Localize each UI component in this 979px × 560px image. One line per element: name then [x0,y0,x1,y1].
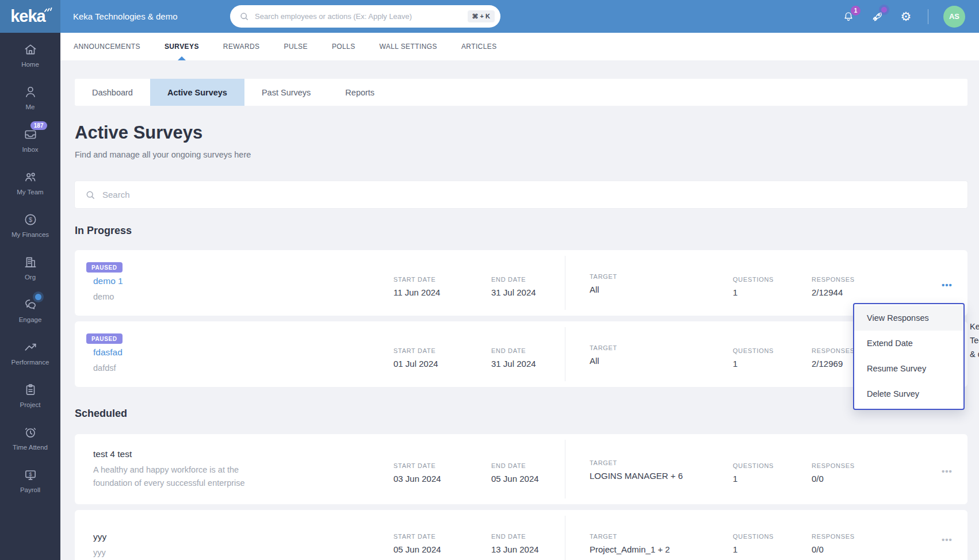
responses-value: 0/0 [812,544,927,554]
sidebar-item-my-team[interactable]: My Team [0,170,60,195]
survey-card-test-4-test: test 4 test A healthy and happy workforc… [75,434,967,504]
target-value: All [590,285,733,294]
end-date-label: END DATE [491,462,565,469]
responses-value: 0/0 [812,474,927,484]
menu-item-extend-date[interactable]: Extend Date [854,331,963,356]
target-value: Project_Admin_1 + 2 [590,544,733,554]
questions-value: 1 [733,544,812,554]
performance-icon [23,340,38,355]
tab-rewards[interactable]: REWARDS [223,33,260,60]
notifications-bell-icon[interactable]: 1 [842,10,855,24]
end-date-value: 13 Jun 2024 [491,544,565,554]
target-label: TARGET [590,344,733,351]
end-date-label: END DATE [491,533,565,540]
responses-label: RESPONSES [812,276,927,283]
start-date-label: START DATE [393,276,491,283]
sidebar-item-project[interactable]: Project [0,382,60,408]
module-tab-bar: ANNOUNCEMENTS SURVEYS REWARDS PULSE POLL… [60,33,979,60]
engage-icon [23,297,38,312]
tab-surveys[interactable]: SURVEYS [165,33,199,60]
responses-value: 2/12944 [812,287,927,297]
keka-logo-text: keka [10,7,45,26]
survey-search[interactable] [75,181,967,208]
start-date-label: START DATE [393,533,491,540]
tab-wall-settings[interactable]: WALL SETTINGS [380,33,437,60]
top-bar: keka Keka Technologies & demo ⌘ + K 1 ⚙ … [0,0,979,33]
user-icon [23,85,38,99]
finances-icon: $ [23,212,38,227]
survey-subtitle: demo [93,290,260,303]
global-search-input[interactable] [255,12,468,21]
page-title: Active Surveys [75,122,202,143]
sidebar-item-time-attend[interactable]: Time Attend [0,425,60,451]
rocket-notification-dot [881,7,887,13]
notification-count-badge: 1 [851,6,861,16]
survey-title-link[interactable]: fdasfad [93,347,382,358]
settings-gear-icon[interactable]: ⚙ [899,10,913,24]
sidebar-item-engage[interactable]: Engage [0,297,60,323]
team-icon [23,170,38,185]
status-badge: PAUSED [86,333,123,344]
sidebar-item-org[interactable]: Org [0,255,60,281]
survey-title: yyy [93,532,382,542]
svg-text:$: $ [29,471,32,477]
sidebar-item-performance[interactable]: Performance [0,340,60,366]
target-label: TARGET [590,533,733,540]
target-value: LOGINS MANAGER + 6 [590,471,733,481]
survey-card-yyy: yyy yyy START DATE05 Jun 2024 END DATE13… [75,510,967,560]
survey-subtab-bar: Dashboard Active Surveys Past Surveys Re… [75,79,967,106]
survey-title-link[interactable]: demo 1 [93,276,382,286]
menu-item-delete-survey[interactable]: Delete Survey [854,381,963,406]
page-subtitle: Find and manage all your ongoing surveys… [75,150,251,159]
tab-announcements[interactable]: ANNOUNCEMENTS [74,33,140,60]
project-icon [23,382,38,397]
subtab-active-surveys[interactable]: Active Surveys [150,79,244,106]
global-search[interactable]: ⌘ + K [230,5,500,28]
sidebar-item-payroll[interactable]: $ Payroll [0,467,60,493]
start-date-value: 05 Jun 2024 [393,544,491,554]
user-avatar[interactable]: AS [943,6,965,28]
questions-label: QUESTIONS [733,462,812,469]
org-name: Keka Technologies & demo [73,11,178,21]
survey-search-input[interactable] [102,190,967,200]
active-tab-indicator [178,56,186,60]
payroll-icon: $ [23,467,38,482]
search-shortcut-badge: ⌘ + K [468,10,495,22]
tab-polls[interactable]: POLLS [332,33,355,60]
start-date-label: START DATE [393,347,491,354]
sidebar-item-inbox[interactable]: 187 Inbox [0,127,60,153]
survey-card-demo-1: PAUSED demo 1 demo START DATE11 Jun 2024… [75,250,967,316]
home-icon [23,42,38,57]
questions-value: 1 [733,287,812,297]
sidebar-item-me[interactable]: Me [0,85,60,110]
main-content: Dashboard Active Surveys Past Surveys Re… [60,60,979,560]
survey-title: test 4 test [93,449,382,459]
sidebar-item-my-finances[interactable]: $ My Finances [0,212,60,238]
subtab-dashboard[interactable]: Dashboard [75,79,150,106]
menu-item-resume-survey[interactable]: Resume Survey [854,356,963,381]
end-date-value: 31 Jul 2024 [491,287,565,297]
status-badge: PAUSED [86,262,123,273]
questions-value: 1 [733,474,812,484]
subtab-reports[interactable]: Reports [328,79,392,106]
tab-articles[interactable]: ARTICLES [461,33,497,60]
logo-sparkle-icon [43,5,52,13]
keka-logo[interactable]: keka [0,0,60,33]
topbar-divider [928,9,928,24]
target-label: TARGET [590,459,733,466]
target-label: TARGET [590,273,733,280]
search-icon [239,11,249,21]
subtab-past-surveys[interactable]: Past Surveys [244,79,328,106]
survey-actions-context-menu: View Responses Extend Date Resume Survey… [853,303,965,410]
menu-item-view-responses[interactable]: View Responses [854,305,963,331]
survey-subtitle: A healthy and happy workforce is at the … [93,463,260,489]
end-date-label: END DATE [491,276,565,283]
svg-text:$: $ [28,216,32,223]
start-date-value: 01 Jul 2024 [393,359,491,369]
survey-card-fdasfad: PAUSED fdasfad dafdsf START DATE01 Jul 2… [75,321,967,387]
whats-new-rocket-icon[interactable] [870,10,884,24]
end-date-label: END DATE [491,347,565,354]
sidebar-item-home[interactable]: Home [0,42,60,68]
tab-pulse[interactable]: PULSE [284,33,308,60]
questions-label: QUESTIONS [733,347,812,354]
